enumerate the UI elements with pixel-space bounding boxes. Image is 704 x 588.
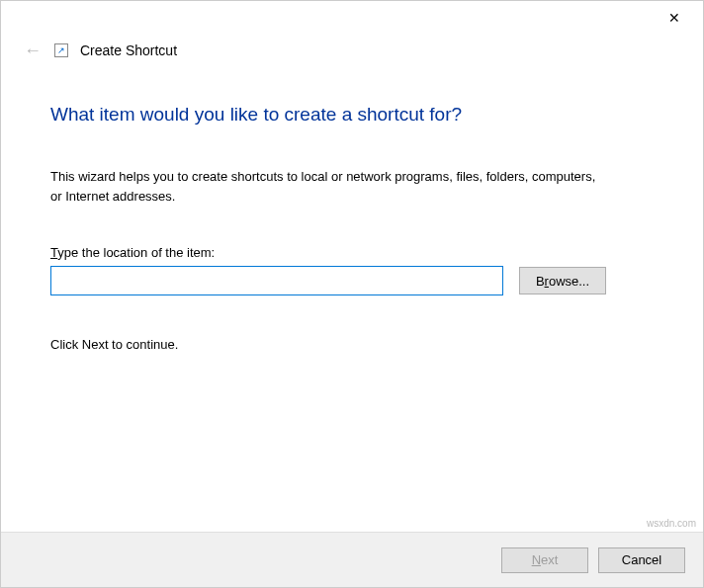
content-area: What item would you like to create a sho… <box>1 66 703 532</box>
next-accel: N <box>532 552 541 567</box>
next-post: ext <box>541 552 558 567</box>
browse-pre: B <box>536 274 545 289</box>
continue-text: Click Next to continue. <box>50 337 654 352</box>
title-bar: ✕ <box>1 1 703 35</box>
browse-button[interactable]: Browse... <box>519 267 606 294</box>
input-row: Browse... <box>50 266 654 295</box>
watermark: wsxdn.com <box>647 518 696 529</box>
page-heading: What item would you like to create a sho… <box>50 104 654 126</box>
close-icon: ✕ <box>668 10 680 26</box>
close-button[interactable]: ✕ <box>660 4 689 32</box>
cancel-button[interactable]: Cancel <box>598 547 685 573</box>
browse-post: owse... <box>549 274 589 289</box>
location-input[interactable] <box>50 266 503 295</box>
dialog-title: Create Shortcut <box>80 42 177 58</box>
back-arrow-icon: ← <box>24 41 42 61</box>
shortcut-icon <box>54 43 68 57</box>
next-button: Next <box>501 547 588 573</box>
create-shortcut-dialog: ✕ ← Create Shortcut What item would you … <box>0 0 704 588</box>
location-label: Type the location of the item: <box>50 245 654 260</box>
header-row: ← Create Shortcut <box>1 35 703 66</box>
footer: Next Cancel <box>1 532 703 587</box>
back-button: ← <box>23 41 43 61</box>
location-label-rest: ype the location of the item: <box>57 245 215 260</box>
description-text: This wizard helps you to create shortcut… <box>50 167 604 206</box>
